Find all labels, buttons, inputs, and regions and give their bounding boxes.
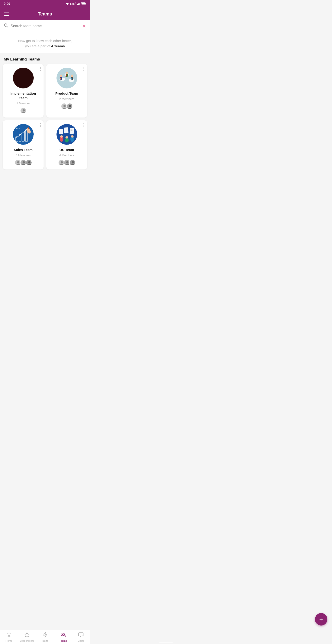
- svg-rect-68: [64, 127, 68, 133]
- svg-text:LES: LES: [16, 127, 20, 130]
- team-member-avatars-us: [58, 159, 76, 166]
- team-member-count-sales: 4 Members: [16, 154, 31, 157]
- search-icon: [4, 23, 8, 29]
- lte-label: LTER: [70, 2, 76, 5]
- team-avatar-implementation: [13, 68, 34, 88]
- team-card-implementation[interactable]: ImplementationTeam 1 Member: [3, 64, 44, 118]
- svg-point-81: [72, 161, 74, 164]
- team-name-sales: Sales Team: [14, 148, 32, 152]
- svg-point-59: [60, 135, 63, 138]
- hamburger-menu[interactable]: [4, 12, 9, 16]
- team-member-count-implementation: 1 Member: [16, 102, 30, 105]
- svg-point-52: [23, 161, 25, 164]
- status-bar: 9:00 LTER: [0, 0, 90, 8]
- battery-icon: [81, 2, 86, 5]
- info-line2: you are a part of: [25, 44, 51, 48]
- svg-rect-4: [79, 3, 80, 5]
- page-title: Teams: [38, 11, 52, 17]
- svg-rect-3: [78, 4, 79, 5]
- svg-point-75: [61, 161, 63, 164]
- search-bar: ✕: [0, 20, 90, 32]
- svg-rect-7: [86, 3, 86, 4]
- team-menu-sales[interactable]: [40, 123, 41, 127]
- info-line1: Now get to know each other better,: [18, 39, 72, 43]
- svg-rect-64: [59, 128, 63, 134]
- us-team-avatar-svg: [56, 124, 77, 145]
- teams-grid: ImplementationTeam 1 Member: [0, 64, 90, 172]
- member-avatar: [66, 103, 73, 110]
- team-menu-product[interactable]: [83, 67, 84, 71]
- svg-line-10: [7, 26, 8, 27]
- svg-point-61: [65, 136, 68, 138]
- team-avatar-us: [56, 124, 77, 145]
- status-time: 9:00: [4, 2, 10, 6]
- team-member-avatars-sales: [14, 159, 32, 166]
- team-member-count-product: 2 Members: [59, 97, 74, 101]
- product-team-avatar-svg: [56, 68, 77, 88]
- search-input[interactable]: [10, 24, 80, 28]
- svg-rect-8: [82, 3, 85, 4]
- team-member-avatars-implementation: [20, 107, 26, 114]
- svg-point-31: [63, 105, 66, 107]
- team-member-avatars-product: [61, 103, 73, 110]
- svg-point-12: [23, 109, 25, 112]
- team-card-us[interactable]: US Team 4 Members: [46, 120, 87, 170]
- team-card-product[interactable]: Product Team 2 Members: [46, 64, 87, 118]
- team-avatar-product: [56, 68, 77, 88]
- svg-rect-37: [69, 106, 71, 106]
- team-name-implementation: ImplementationTeam: [10, 91, 36, 100]
- team-avatar-sales: LES: [13, 124, 34, 145]
- member-avatar: [26, 159, 32, 166]
- team-name-us: US Team: [59, 148, 74, 152]
- member-avatar: [69, 159, 76, 166]
- team-name-product: Product Team: [55, 91, 78, 96]
- team-member-count-us: 4 Members: [59, 154, 74, 157]
- svg-point-55: [28, 161, 30, 164]
- svg-rect-2: [77, 4, 78, 5]
- status-icons: LTER: [65, 2, 86, 5]
- svg-rect-5: [80, 2, 80, 5]
- svg-rect-71: [69, 128, 74, 134]
- svg-point-49: [17, 161, 19, 164]
- header: Teams: [0, 8, 90, 20]
- wifi-icon: [65, 2, 69, 5]
- svg-point-78: [66, 161, 68, 164]
- svg-marker-1: [66, 4, 68, 5]
- team-menu-us[interactable]: [83, 123, 84, 127]
- svg-point-63: [71, 135, 74, 138]
- teams-count: 4 Teams: [51, 44, 65, 48]
- search-clear-icon[interactable]: ✕: [82, 23, 86, 29]
- team-card-sales[interactable]: LES Sales Team 4 Members: [3, 120, 44, 170]
- sales-team-avatar-svg: LES: [13, 124, 34, 145]
- team-menu-implementation[interactable]: [40, 67, 41, 71]
- info-section: Now get to know each other better, you a…: [0, 32, 90, 53]
- member-avatar: [20, 107, 26, 114]
- signal-icon: [77, 2, 80, 5]
- section-title: My Learning Teams: [0, 53, 90, 64]
